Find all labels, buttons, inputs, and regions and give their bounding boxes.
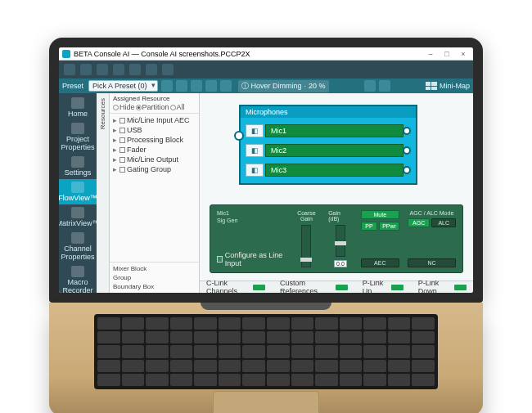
mic-label: Mic3: [265, 164, 404, 177]
group-config-port[interactable]: [234, 131, 244, 141]
mic-icon: ◧: [246, 144, 264, 157]
resource-tree-item[interactable]: ▸USB: [110, 125, 199, 135]
toolbar-button[interactable]: [205, 80, 217, 92]
toolbar-button[interactable]: [379, 80, 390, 92]
ppwr-button[interactable]: PPwr: [379, 222, 399, 231]
ribbon-icon[interactable]: [80, 64, 92, 75]
ribbon-icon[interactable]: [162, 64, 174, 75]
resource-footer-item[interactable]: Group: [113, 273, 196, 282]
mic-block[interactable]: ◧Mic3: [246, 164, 411, 177]
status-indicator: [391, 285, 404, 290]
output-port[interactable]: [403, 166, 411, 174]
status-indicator: [454, 285, 467, 290]
pp-button[interactable]: PP: [361, 222, 378, 231]
preset-select[interactable]: Pick A Preset (0): [88, 80, 158, 92]
output-port[interactable]: [403, 127, 411, 135]
expand-icon[interactable]: ▸: [111, 116, 118, 124]
view-toolbar: Preset Pick A Preset (0) ⓘ Hover Dimming…: [59, 79, 473, 93]
nav-item-channel-properties[interactable]: Channel Properties: [59, 230, 97, 263]
ribbon-icon[interactable]: [113, 64, 124, 75]
resources-panel: Assigned Resource Hide Partition All ▸Mi…: [110, 93, 200, 293]
nav-icon: [71, 97, 84, 109]
status-item: Custom References: [280, 279, 348, 293]
status-bar: C-Link ChannelsCustom ReferencesP-Link U…: [200, 281, 473, 293]
toolbar-button[interactable]: [220, 80, 232, 92]
laptop-keyboard-deck: [49, 303, 483, 413]
status-item: C-Link Channels: [206, 279, 265, 293]
window-titlebar: BETA Console AI — Console AI screenshots…: [59, 47, 473, 61]
resources-heading: Assigned Resource: [113, 95, 196, 102]
toolbar-button[interactable]: [364, 80, 376, 92]
screen-bezel: BETA Console AI — Console AI screenshots…: [49, 38, 483, 303]
mute-button[interactable]: Mute: [361, 210, 399, 219]
window-close[interactable]: ×: [457, 50, 470, 58]
mic-label: Mic2: [265, 144, 404, 157]
nav-item-flowview-[interactable]: FlowView™: [59, 179, 97, 204]
nav-item-macro-recorder[interactable]: Macro Recorder: [59, 263, 97, 293]
mic-block[interactable]: ◧Mic2: [246, 144, 411, 157]
sig-gen-label: Sig Gen: [217, 218, 285, 223]
toolbar-button[interactable]: [176, 80, 187, 92]
left-nav: HomeProject PropertiesSettingsFlowView™M…: [59, 93, 97, 293]
nav-icon: [71, 182, 84, 193]
laptop-mockup: BETA Console AI — Console AI screenshots…: [49, 38, 483, 413]
nav-icon: [71, 156, 84, 168]
nav-icon: [71, 266, 84, 277]
preset-label: Preset: [62, 82, 83, 90]
agc-button[interactable]: AGC: [408, 218, 431, 227]
resource-footer-list: Mixer BlockGroupBoundary Box: [110, 262, 199, 293]
resource-footer-item[interactable]: Mixer Block: [113, 264, 196, 273]
expand-icon[interactable]: ▸: [111, 155, 118, 164]
nc-button[interactable]: NC: [408, 258, 456, 267]
resource-tree-item[interactable]: ▸Fader: [110, 145, 199, 155]
nav-item-home[interactable]: Home: [59, 95, 97, 120]
output-port[interactable]: [403, 146, 411, 155]
mic-label: Mic1: [265, 124, 404, 137]
gain-readout[interactable]: 0.0: [334, 260, 347, 267]
minimap-toggle[interactable]: Mini-Map: [426, 82, 470, 90]
nav-item-matrixview-[interactable]: MatrixView™: [59, 204, 97, 230]
microphones-group[interactable]: Microphones ◧Mic1◧Mic2◧Mic3: [239, 105, 417, 185]
expand-icon[interactable]: ▸: [111, 126, 118, 134]
toolbar-button[interactable]: [161, 80, 173, 92]
configure-as-line-input-checkbox[interactable]: Configure as Line Input: [217, 251, 285, 267]
ribbon-icon[interactable]: [64, 64, 75, 75]
bullet-icon: [119, 167, 125, 173]
laptop-keyboard: [94, 314, 438, 389]
window-maximize[interactable]: □: [440, 50, 453, 58]
group-title: Microphones: [241, 106, 416, 118]
expand-icon[interactable]: ▸: [111, 136, 118, 144]
nav-item-project-properties[interactable]: Project Properties: [59, 120, 97, 154]
bullet-icon: [119, 128, 125, 133]
filter-all[interactable]: All: [170, 103, 185, 111]
coarse-gain-slider[interactable]: [301, 225, 311, 267]
laptop-trackpad: [213, 391, 319, 413]
alc-button[interactable]: ALC: [431, 218, 456, 227]
window-minimize[interactable]: –: [424, 50, 437, 58]
status-indicator: [253, 285, 265, 290]
resource-tree-item[interactable]: ▸Mic/Line Input AEC: [110, 115, 199, 125]
status-item: P-Link Down: [418, 279, 467, 293]
resources-tab[interactable]: Resources: [97, 93, 110, 293]
channel-properties-panel: Mic1 Sig Gen Configure as Line Input Coa…: [210, 204, 463, 273]
filter-partition[interactable]: Partition: [136, 103, 169, 111]
status-indicator: [336, 285, 348, 290]
nav-icon: [71, 232, 84, 244]
aec-button[interactable]: AEC: [361, 258, 399, 267]
ribbon-icon[interactable]: [97, 64, 108, 75]
fine-gain-slider[interactable]: [336, 225, 345, 257]
expand-icon[interactable]: ▸: [111, 165, 118, 173]
filter-hide[interactable]: Hide: [113, 103, 135, 111]
ribbon-icon[interactable]: [129, 64, 141, 75]
expand-icon[interactable]: ▸: [111, 146, 118, 154]
nav-item-settings[interactable]: Settings: [59, 154, 97, 179]
status-item: P-Link Up: [363, 279, 404, 293]
ribbon-icon[interactable]: [146, 64, 157, 75]
flowview-canvas[interactable]: Microphones ◧Mic1◧Mic2◧Mic3 Mic1 Sig Gen…: [200, 93, 473, 281]
resource-tree-item[interactable]: ▸Gating Group: [110, 164, 199, 174]
mic-block[interactable]: ◧Mic1: [246, 124, 411, 137]
resource-tree-item[interactable]: ▸Mic/Line Output: [110, 155, 199, 164]
toolbar-button[interactable]: [191, 80, 202, 92]
resource-tree-item[interactable]: ▸Processing Block: [110, 135, 199, 145]
resource-footer-item[interactable]: Boundary Box: [113, 282, 196, 291]
